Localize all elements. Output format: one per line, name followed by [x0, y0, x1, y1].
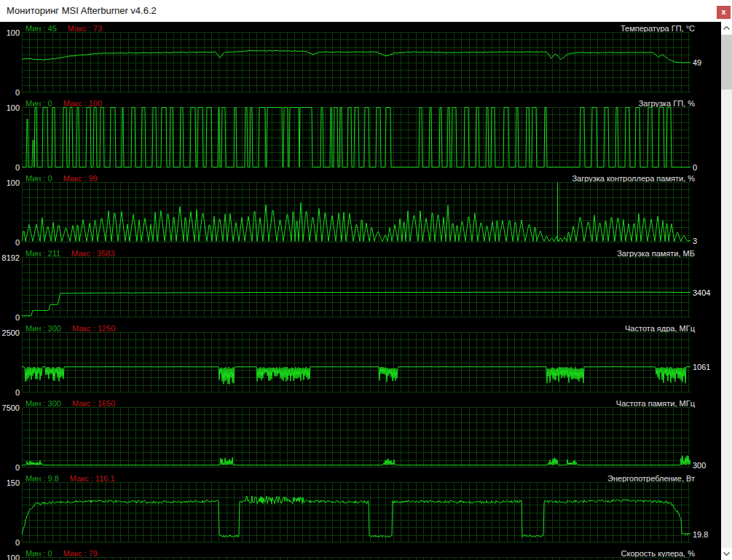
- graph-canvas[interactable]: [22, 482, 690, 543]
- graph-canvas[interactable]: [22, 257, 690, 318]
- titlebar[interactable]: Мониторинг MSI Afterburner v4.6.2 x: [0, 0, 732, 22]
- axis-min-label: 0: [0, 538, 20, 547]
- axis-max-label: 100: [0, 553, 20, 560]
- axis-min-label: 0: [0, 88, 20, 97]
- graph-panel: Мин : 0Макс : 99Загрузка контроллера пам…: [0, 172, 721, 247]
- chevron-down-icon: [723, 552, 730, 556]
- scroll-down-button[interactable]: [721, 548, 732, 560]
- axis-max-label: 100: [0, 103, 20, 112]
- current-value: 49: [693, 58, 701, 67]
- axis-min-label: 0: [0, 313, 20, 322]
- current-value: 3404: [693, 288, 710, 297]
- current-value: 19.8: [693, 530, 708, 539]
- current-value: 3: [693, 237, 697, 245]
- graph-panel: Мин : 0Макс : 79Скорость кулера, %1000: [0, 547, 721, 560]
- close-button[interactable]: x: [717, 6, 731, 19]
- axis-min-label: 0: [0, 163, 20, 172]
- window-title: Мониторинг MSI Afterburner v4.6.2: [7, 5, 157, 16]
- graph-canvas[interactable]: [22, 32, 690, 92]
- graph-canvas[interactable]: [22, 557, 690, 560]
- axis-max-label: 2500: [0, 328, 20, 337]
- graph-panels: Мин : 45Макс : 73Температура ГП, °C10004…: [0, 22, 721, 560]
- scrollbar-thumb[interactable]: [721, 35, 732, 90]
- axis-max-label: 8192: [0, 253, 20, 262]
- current-value: 300: [693, 461, 706, 470]
- monitor-client-area: Мин : 45Макс : 73Температура ГП, °C10004…: [0, 22, 732, 560]
- graph-panel: Мин : 0Макс : 100Загрузка ГП, %10000: [0, 97, 721, 172]
- axis-min-label: 0: [0, 463, 20, 472]
- axis-min-label: 0: [0, 238, 20, 247]
- graph-panel: Мин : 300Макс : 1650Частота памяти, МГц7…: [0, 397, 721, 472]
- chevron-up-icon: [723, 26, 730, 30]
- graph-canvas[interactable]: [22, 182, 690, 242]
- axis-max-label: 7500: [0, 403, 20, 412]
- graph-canvas[interactable]: [22, 407, 690, 468]
- axis-max-label: 100: [0, 178, 20, 187]
- graph-canvas[interactable]: [22, 332, 690, 393]
- axis-min-label: 0: [0, 388, 20, 397]
- vertical-scrollbar[interactable]: [721, 22, 732, 560]
- axis-max-label: 100: [0, 28, 20, 37]
- afterburner-monitor-window: Мониторинг MSI Afterburner v4.6.2 x Мин …: [0, 0, 732, 560]
- graph-panel: Мин : 300Макс : 1250Частота ядра, МГц250…: [0, 322, 721, 397]
- current-value: 0: [693, 163, 697, 172]
- graph-canvas[interactable]: [22, 107, 690, 167]
- current-value: 1061: [693, 363, 710, 371]
- graph-panel: Мин : 45Макс : 73Температура ГП, °C10004…: [0, 22, 721, 97]
- axis-max-label: 150: [0, 478, 20, 487]
- graph-panel: Мин : 9.8Макс : 116.1Энергопотребление, …: [0, 472, 721, 547]
- graph-panel: Мин : 211Макс : 3583Загрузка памяти, МБ8…: [0, 247, 721, 322]
- scroll-up-button[interactable]: [721, 22, 732, 34]
